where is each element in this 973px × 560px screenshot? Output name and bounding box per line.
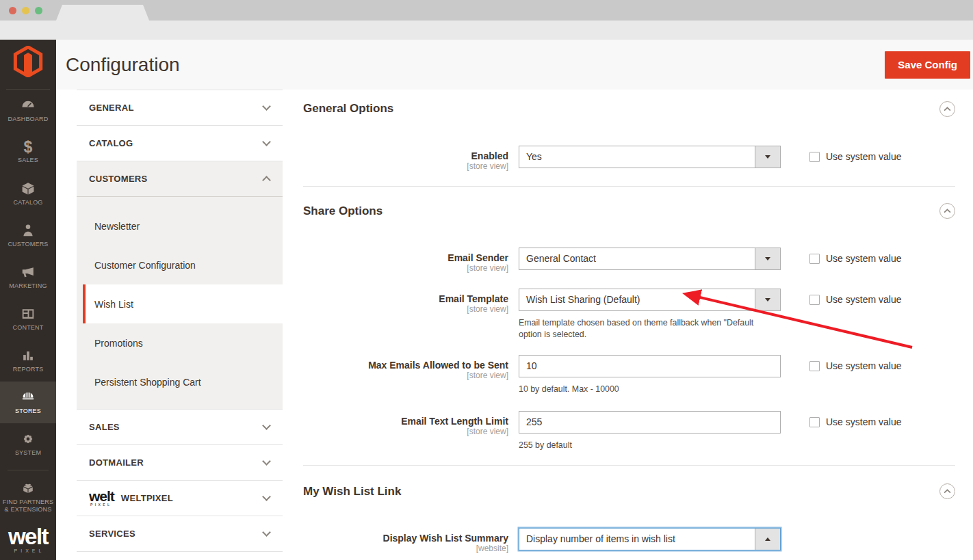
email-template-select[interactable]: Wish List Sharing (Default): [519, 289, 781, 311]
sidebar-item-find-partners[interactable]: FIND PARTNERS & EXTENSIONS: [0, 475, 56, 519]
collapse-section-button[interactable]: [939, 101, 955, 117]
sidebar-item-reports[interactable]: REPORTS: [0, 340, 56, 382]
use-system-value-checkbox[interactable]: [809, 254, 820, 264]
bar-chart-icon: [21, 348, 36, 363]
section-title: Share Options: [303, 204, 382, 218]
select-arrow-button[interactable]: [755, 529, 780, 550]
nav-section-label: DOTMAILER: [89, 457, 144, 468]
nav-item-label: Customer Configuration: [94, 260, 196, 271]
collapse-section-button[interactable]: [939, 483, 955, 499]
window-zoom-button[interactable]: [35, 7, 42, 14]
nav-item-wish-list[interactable]: Wish List: [83, 284, 283, 323]
nav-section-label: CATALOG: [89, 138, 133, 148]
config-section-nav: GENERAL CATALOG CUSTOMERS Newsletter: [77, 90, 283, 560]
save-config-button[interactable]: Save Config: [885, 51, 970, 79]
nav-item-persistent-shopping-cart[interactable]: Persistent Shopping Cart: [77, 362, 283, 401]
nav-item-customer-configuration[interactable]: Customer Configuration: [77, 245, 283, 284]
magento-logo[interactable]: [0, 40, 56, 90]
nav-section-label: WELTPIXEL: [121, 493, 173, 503]
sidebar-item-label: CATALOG: [13, 199, 42, 206]
sidebar-item-label: CONTENT: [13, 324, 44, 332]
use-system-value-checkbox[interactable]: [809, 417, 820, 427]
nav-customers-items: Newsletter Customer Configuration Wish L…: [77, 197, 283, 410]
chevron-down-icon: [262, 137, 271, 146]
sidebar-item-stores[interactable]: STORES: [0, 382, 56, 423]
nav-section-customers[interactable]: CUSTOMERS: [77, 161, 283, 197]
field-note: 255 by default: [519, 440, 766, 451]
gear-icon: [21, 431, 36, 446]
magento-logo-icon: [12, 46, 44, 77]
use-system-value-checkbox[interactable]: [809, 152, 820, 162]
select-arrow-button[interactable]: [755, 289, 780, 310]
display-wish-list-summary-select[interactable]: Display number of items in wish list: [519, 528, 781, 550]
use-system-value-checkbox[interactable]: [809, 295, 820, 305]
megaphone-icon: [21, 265, 36, 280]
field-label: Max Emails Allowed to be Sent: [303, 360, 508, 371]
field-scope: [store view]: [303, 427, 508, 437]
sidebar-item-catalog[interactable]: CATALOG: [0, 173, 56, 215]
nav-item-newsletter[interactable]: Newsletter: [77, 206, 283, 245]
sidebar-divider: [8, 470, 49, 470]
use-system-value-label: Use system value: [826, 360, 901, 371]
enabled-select[interactable]: Yes: [519, 146, 781, 168]
chevron-down-icon: [262, 457, 271, 466]
chevron-down-icon: [262, 102, 271, 111]
collapse-section-button[interactable]: [939, 203, 955, 219]
nav-section-catalog[interactable]: CATALOG: [77, 126, 283, 161]
use-system-value-label: Use system value: [826, 151, 901, 162]
nav-section-services[interactable]: SERVICES: [77, 516, 283, 552]
window-minimize-button[interactable]: [22, 7, 29, 14]
select-arrow-button[interactable]: [755, 146, 780, 168]
dollar-icon: $: [24, 140, 33, 154]
email-text-length-input[interactable]: [519, 411, 781, 434]
max-emails-input[interactable]: [519, 355, 781, 377]
nav-item-label: Promotions: [94, 338, 143, 349]
sidebar-item-sales[interactable]: $ SALES: [0, 131, 56, 173]
use-system-value-checkbox[interactable]: [809, 361, 820, 371]
field-row-max-emails: Max Emails Allowed to be Sent [store vie…: [303, 355, 955, 395]
field-label: Display Wish List Summary: [303, 533, 508, 544]
field-scope: [store view]: [303, 264, 508, 274]
chevron-down-icon: [262, 528, 271, 537]
extensions-icon: [21, 481, 36, 496]
email-sender-select[interactable]: General Contact: [519, 248, 781, 270]
sidebar-item-dashboard[interactable]: DASHBOARD: [0, 90, 56, 131]
chevron-up-icon: [944, 489, 951, 494]
use-system-value-label: Use system value: [826, 253, 901, 264]
weltpixel-nav-logo: welt PIXEL: [89, 490, 114, 507]
select-arrow-button[interactable]: [755, 248, 780, 269]
nav-section-general[interactable]: GENERAL: [77, 90, 283, 126]
weltpixel-logo[interactable]: welt PIXEL: [0, 526, 56, 560]
nav-section-dotmailer[interactable]: DOTMAILER: [77, 445, 283, 481]
field-note: 10 by default. Max - 10000: [519, 384, 766, 395]
field-label: Enabled: [303, 150, 508, 161]
chevron-up-icon: [944, 107, 951, 111]
layout-icon: [21, 306, 36, 321]
sidebar-item-system[interactable]: SYSTEM: [0, 423, 56, 465]
sidebar-item-label: REPORTS: [13, 366, 44, 373]
sidebar-item-customers[interactable]: CUSTOMERS: [0, 215, 56, 256]
box-icon: [21, 181, 36, 196]
section-divider: [303, 465, 955, 466]
nav-section-sales[interactable]: SALES: [77, 410, 283, 445]
nav-item-label: Persistent Shopping Cart: [94, 377, 201, 388]
browser-tab[interactable]: [56, 5, 149, 21]
page-header: Configuration Save Config: [56, 40, 973, 90]
nav-section-label: GENERAL: [89, 103, 134, 113]
sidebar-item-label: MARKETING: [9, 282, 47, 290]
nav-section-weltpixel[interactable]: welt PIXEL WELTPIXEL: [77, 481, 283, 516]
triangle-down-icon: [765, 257, 770, 261]
field-row-display-wish-list-summary: Display Wish List Summary [website] Disp…: [303, 528, 955, 554]
nav-section-label: SALES: [89, 422, 120, 432]
sidebar-item-content[interactable]: CONTENT: [0, 298, 56, 340]
window-close-button[interactable]: [9, 7, 16, 14]
sidebar-item-marketing[interactable]: MARKETING: [0, 256, 56, 298]
use-system-value-label: Use system value: [826, 294, 901, 305]
nav-section-label: SERVICES: [89, 529, 135, 539]
sidebar-item-label: DASHBOARD: [8, 116, 49, 123]
window-titlebar: [0, 0, 973, 21]
config-form: General Options Enabled [store view]: [283, 90, 973, 560]
nav-item-promotions[interactable]: Promotions: [77, 323, 283, 362]
use-system-value-label: Use system value: [826, 416, 901, 427]
field-row-email-sender: Email Sender [store view] General Contac…: [303, 248, 955, 274]
